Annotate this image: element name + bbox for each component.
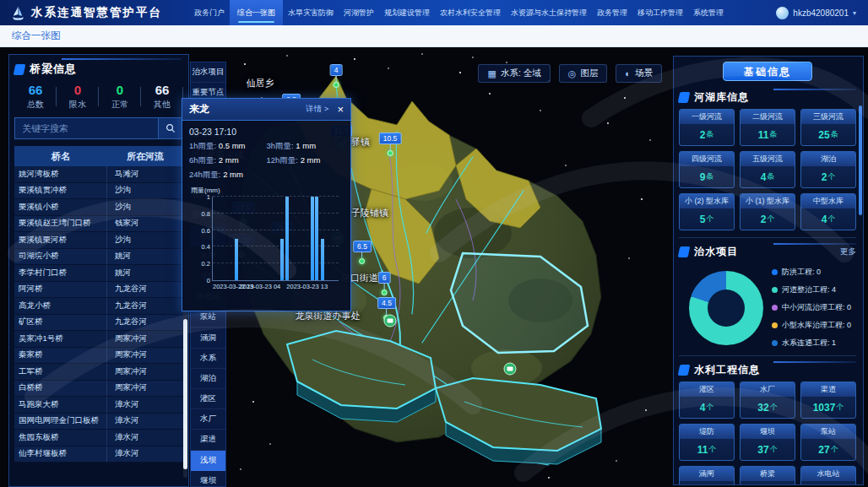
stat-card[interactable]: 涵闸 47个: [679, 466, 735, 485]
river-cell: 周家冲河: [107, 349, 183, 360]
bridge-name-cell: 姚河湾板桥: [14, 166, 107, 182]
layer-menu-item[interactable]: 堰坝: [191, 471, 225, 487]
stat-card[interactable]: 湖泊 2个: [800, 151, 856, 188]
map-control-button[interactable]: ◐ 场景: [616, 64, 662, 83]
table-row[interactable]: 仙李村堰板桥 漳水河: [14, 446, 183, 463]
bridge-name-cell: 栗溪镇小桥: [14, 199, 107, 215]
nav-item[interactable]: 政务管理: [592, 0, 632, 25]
nav-item[interactable]: 农村水利安全管理: [435, 0, 506, 25]
stat-card[interactable]: 五级河流 4条: [740, 151, 795, 188]
table-row[interactable]: 焦园东板桥 漳水河: [14, 430, 183, 446]
table-row[interactable]: 白桥桥 周家冲河: [14, 381, 183, 398]
search-input[interactable]: [14, 117, 158, 139]
table-row[interactable]: 矿区桥 九龙谷河: [14, 315, 183, 332]
water-level-marker[interactable]: 10.5: [379, 133, 402, 156]
more-link[interactable]: 更多: [840, 246, 856, 257]
map-control-button[interactable]: ▦ 水系: 全域: [478, 64, 550, 83]
search-button[interactable]: [158, 117, 183, 139]
stat-card[interactable]: 水厂 32个: [740, 381, 795, 419]
camera-marker-icon[interactable]: [504, 363, 517, 376]
card-unit: 个: [831, 444, 838, 455]
stat-card[interactable]: 一级河流 2条: [679, 109, 735, 146]
layer-menu-item[interactable]: 涵洞: [191, 327, 225, 348]
nav-item[interactable]: 综合一张图: [230, 0, 283, 25]
table-row[interactable]: 姚河湾板桥 马滩河: [14, 166, 183, 183]
nav-item[interactable]: 政务门户: [189, 0, 230, 25]
stat-card[interactable]: 堰坝 37个: [740, 424, 795, 461]
water-level-marker[interactable]: 6.5: [353, 241, 372, 264]
layer-menu-item[interactable]: 水系: [191, 349, 225, 369]
table-row[interactable]: 栗溪镇赵王塆门口桥 钱家河: [14, 216, 183, 233]
marker-value-badge: 4: [330, 64, 343, 76]
table-row[interactable]: 秦家桥 周家冲河: [14, 348, 183, 365]
nav-item[interactable]: 移动工作管理: [632, 0, 688, 25]
stat-card[interactable]: 泵站 27个: [800, 424, 856, 461]
stat-card[interactable]: 桥梁 66个: [740, 466, 795, 485]
table-row[interactable]: 工军桥 周家冲河: [14, 364, 183, 381]
detail-link[interactable]: 详情 >: [306, 104, 328, 115]
layer-menu-item[interactable]: 湖泊: [191, 369, 225, 389]
stat-card[interactable]: 四级河流 9条: [679, 151, 735, 188]
nav-item[interactable]: 水旱灾害防御: [283, 0, 339, 25]
bridge-name-cell: 吴家冲1号桥: [14, 331, 107, 347]
basic-info-button[interactable]: 基础信息: [723, 62, 812, 81]
nav-item[interactable]: 规划建设管理: [379, 0, 435, 25]
bridge-panel-title: 桥梁信息: [30, 62, 77, 77]
card-label: 小 (1) 型水库: [741, 194, 795, 208]
stat-card[interactable]: 小 (1) 型水库 2个: [740, 193, 795, 230]
layer-menu-item[interactable]: 浅坝: [191, 451, 225, 471]
breadcrumb-bar: 综合一张图: [0, 25, 868, 47]
bridge-stat: 0 正常: [99, 83, 141, 111]
stat-value: 66: [141, 83, 183, 97]
user-menu[interactable]: hkzb42080201 ▾: [776, 7, 868, 19]
layer-menu-item[interactable]: 治水项目: [191, 62, 225, 83]
stat-card[interactable]: 灌区 4个: [679, 381, 735, 419]
table-row[interactable]: 吴家冲1号桥 周家冲河: [14, 331, 183, 348]
table-row[interactable]: 阿河桥 九龙谷河: [14, 282, 183, 299]
rain-metric: 12h雨量: 2 mm: [267, 155, 344, 166]
layer-menu-item[interactable]: 灌区: [191, 389, 225, 409]
scrollbar-thumb[interactable]: [183, 319, 187, 468]
nav-item[interactable]: 系统管理: [688, 0, 729, 25]
bridge-name-cell: 工军桥: [14, 364, 107, 380]
marker-value-badge: 6.5: [353, 241, 372, 252]
nav-item[interactable]: 河湖管护: [339, 0, 379, 25]
table-row[interactable]: 栗溪镇栗河桥 沙沟: [14, 232, 183, 249]
map-control-label: 图层: [580, 68, 598, 79]
nav-item[interactable]: 水资源与水土保持管理: [506, 0, 592, 25]
bridge-name-cell: 矿区桥: [14, 315, 107, 331]
table-row[interactable]: 李学村门口桥 姚河: [14, 265, 183, 282]
table-row[interactable]: 高龙小桥 九龙谷河: [14, 298, 183, 315]
table-row[interactable]: 马跑泉大桥 漳水河: [14, 397, 183, 414]
card-value: 2条: [680, 124, 734, 145]
map-control-button[interactable]: ◎ 图层: [559, 64, 608, 83]
stat-card[interactable]: 三级河流 25条: [800, 109, 856, 146]
y-tick: 0: [207, 277, 210, 284]
close-icon[interactable]: ×: [337, 104, 344, 115]
bridge-table: 桥名 所在河流 姚河湾板桥 马滩河 栗溪镇贯冲桥 沙沟 栗溪镇小桥: [14, 146, 183, 463]
card-value: 3个: [801, 481, 855, 485]
table-row[interactable]: 国网电网理金门口板桥 漳水河: [14, 414, 183, 430]
water-level-marker[interactable]: 4: [330, 64, 343, 88]
stat-card[interactable]: 中型水库 4个: [800, 193, 856, 230]
bridge-name-cell: 阿河桥: [14, 282, 107, 298]
metric-value: 2 mm: [223, 170, 243, 179]
camera-marker-icon[interactable]: [384, 315, 397, 327]
stat-card[interactable]: 渠道 1037个: [800, 381, 856, 419]
water-level-marker[interactable]: 6: [378, 272, 391, 295]
layer-menu-item[interactable]: 渠道: [191, 430, 225, 450]
stat-card[interactable]: 水电站 3个: [800, 466, 856, 485]
x-tick: 2023-03-23 04: [239, 283, 280, 290]
stat-card[interactable]: 堤防 11个: [679, 424, 735, 461]
table-row[interactable]: 司湖垸小桥 姚河: [14, 249, 183, 266]
right-panel-scrollbar[interactable]: [859, 106, 862, 215]
map-control-icon: ◐: [625, 68, 631, 78]
card-unit: 个: [770, 402, 778, 413]
table-row[interactable]: 栗溪镇小桥 沙沟: [14, 199, 183, 216]
stat-card[interactable]: 二级河流 11条: [740, 109, 795, 146]
stat-card[interactable]: 小 (2) 型水库 5个: [679, 193, 735, 230]
layer-menu-item[interactable]: 水厂: [191, 409, 225, 430]
card-unit: 个: [836, 402, 844, 413]
y-tick: 0.8: [202, 209, 210, 217]
table-row[interactable]: 栗溪镇贯冲桥 沙沟: [14, 183, 183, 200]
